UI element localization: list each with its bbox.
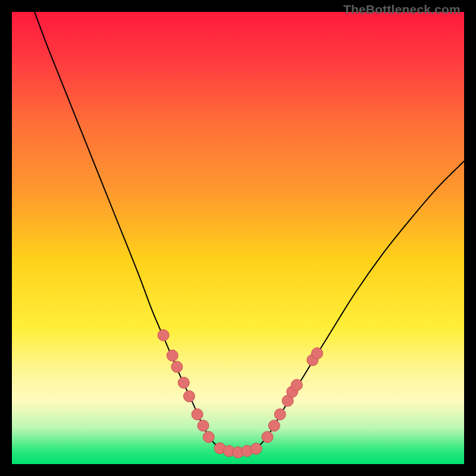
data-point (171, 361, 183, 372)
chart-frame: TheBottleneck.com (0, 0, 476, 476)
data-point (250, 443, 262, 455)
chart-canvas (12, 12, 464, 464)
data-point (268, 420, 280, 431)
data-point (291, 380, 302, 391)
gradient-background (12, 12, 464, 464)
watermark-text: TheBottleneck.com (343, 2, 461, 17)
plot-area (12, 12, 464, 464)
data-point (158, 330, 169, 341)
data-point (192, 409, 203, 420)
data-point (178, 377, 189, 389)
data-point (198, 420, 209, 431)
data-point (183, 391, 195, 402)
data-point (167, 350, 178, 361)
data-point (312, 347, 323, 359)
data-point (274, 409, 286, 420)
data-point (262, 431, 273, 443)
data-point (203, 431, 214, 443)
